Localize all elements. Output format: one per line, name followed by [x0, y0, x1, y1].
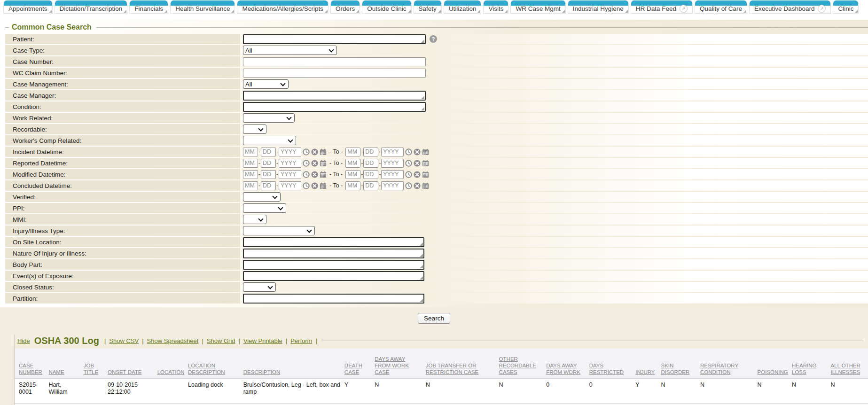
tab-quality-of-care[interactable]: Quality of Care: [695, 0, 747, 14]
tab-clinic[interactable]: Clinic: [833, 0, 859, 14]
modified-datetime-to-month-input[interactable]: [345, 170, 360, 179]
column-header-days-away-from-work-case[interactable]: DAYS AWAY FROM WORK CASE: [375, 349, 426, 379]
tab-hr-data-feed[interactable]: HR Data Feed↗: [631, 0, 693, 14]
tab-medications-allergies-scripts[interactable]: Medications/Allergies/Scripts: [237, 0, 328, 14]
on-site-location-input[interactable]: [243, 237, 424, 247]
clock-icon[interactable]: [303, 171, 310, 178]
modified-datetime-from-year-input[interactable]: [279, 170, 301, 179]
calendar-icon[interactable]: [320, 182, 327, 189]
nature-of-injury-or-illness-input[interactable]: [243, 249, 424, 258]
condition-input[interactable]: [243, 102, 426, 112]
show-spreadsheet-link[interactable]: Show Spreadsheet: [147, 337, 199, 344]
column-header-respiratory-condition[interactable]: RESPIRATORY CONDITION: [700, 349, 758, 379]
concluded-datetime-from-year-input[interactable]: [279, 181, 301, 190]
tab-health-surveillance[interactable]: Health Surveillance: [170, 0, 235, 14]
concluded-datetime-to-month-input[interactable]: [345, 181, 360, 190]
tab-visits[interactable]: Visits: [483, 0, 508, 14]
calendar-icon[interactable]: [422, 171, 429, 178]
body-part-input[interactable]: [243, 260, 424, 270]
concluded-datetime-to-year-input[interactable]: [381, 181, 404, 190]
work-related-select[interactable]: [243, 113, 295, 123]
concluded-datetime-to-day-input[interactable]: [363, 181, 378, 190]
incident-datetime-from-year-input[interactable]: [279, 148, 301, 156]
column-header-poisoning[interactable]: POISONING: [758, 349, 792, 379]
injury-illness-type-select[interactable]: [243, 226, 315, 235]
calendar-icon[interactable]: [320, 171, 327, 178]
reported-datetime-to-day-input[interactable]: [363, 159, 378, 168]
tab-wr-case-mgmt[interactable]: WR Case Mgmt: [510, 0, 565, 14]
calendar-icon[interactable]: [320, 148, 327, 156]
view-printable-link[interactable]: View Printable: [243, 337, 282, 344]
wc-claim-number-input[interactable]: [243, 69, 426, 78]
clock-icon[interactable]: [303, 160, 310, 167]
clear-icon[interactable]: [311, 160, 318, 167]
clear-icon[interactable]: [311, 182, 318, 189]
clear-icon[interactable]: [414, 148, 421, 156]
column-header-days-restricted[interactable]: DAYS RESTRICTED: [589, 349, 636, 379]
partition-input[interactable]: [243, 294, 424, 304]
modified-datetime-from-month-input[interactable]: [243, 170, 258, 179]
concluded-datetime-from-day-input[interactable]: [261, 181, 276, 190]
column-header-location[interactable]: LOCATION: [157, 349, 188, 379]
concluded-datetime-from-month-input[interactable]: [243, 181, 258, 190]
column-header-other-recordable-cases[interactable]: OTHER RECORDABLE CASES: [499, 349, 547, 379]
patient-input[interactable]: [243, 34, 426, 44]
clear-icon[interactable]: [414, 160, 421, 167]
column-header-skin-disorder[interactable]: SKIN DISORDER: [661, 349, 700, 379]
column-header-all-other-illnesses[interactable]: ALL OTHER ILLNESSES: [830, 349, 868, 379]
column-header-job-title[interactable]: JOB TITLE: [84, 349, 108, 379]
closed-status-select[interactable]: [243, 282, 276, 292]
hide-link[interactable]: Hide: [17, 337, 30, 344]
clear-icon[interactable]: [414, 182, 421, 189]
reported-datetime-from-month-input[interactable]: [243, 159, 258, 168]
column-header-name[interactable]: NAME: [48, 349, 83, 379]
clear-icon[interactable]: [311, 148, 318, 156]
tab-utilization[interactable]: Utilization: [444, 0, 482, 14]
calendar-icon[interactable]: [422, 148, 429, 156]
incident-datetime-from-month-input[interactable]: [243, 148, 258, 156]
column-header-days-away-from-work[interactable]: DAYS AWAY FROM WORK: [546, 349, 589, 379]
reported-datetime-to-month-input[interactable]: [345, 159, 360, 168]
clock-icon[interactable]: [405, 182, 412, 189]
incident-datetime-to-month-input[interactable]: [345, 148, 360, 156]
clock-icon[interactable]: [303, 148, 310, 156]
case-management-select[interactable]: All: [243, 79, 289, 89]
mmi-select[interactable]: [243, 215, 266, 224]
show-csv-link[interactable]: Show CSV: [109, 337, 139, 344]
clock-icon[interactable]: [405, 171, 412, 178]
help-icon[interactable]: ?: [430, 35, 437, 43]
tab-orders[interactable]: Orders: [330, 0, 360, 14]
column-header-onset-date[interactable]: ONSET DATE: [108, 349, 157, 379]
incident-datetime-to-day-input[interactable]: [363, 148, 378, 156]
column-header-job-transfer-or-restriction-case[interactable]: JOB TRANSFER OR RESTRICTION CASE: [426, 349, 499, 379]
column-header-case-number[interactable]: CASE NUMBER: [15, 349, 48, 379]
tab-industrial-hygiene[interactable]: Industrial Hygiene: [568, 0, 629, 14]
table-row[interactable]: S2015-0001Hart, William09-10-2015 22:12:…: [15, 379, 868, 404]
modified-datetime-to-day-input[interactable]: [363, 170, 378, 179]
external-link-icon[interactable]: ↗: [818, 5, 826, 13]
column-header-location-description[interactable]: LOCATION DESCRIPTION: [188, 349, 243, 379]
tab-financials[interactable]: Financials: [129, 0, 168, 14]
reported-datetime-from-year-input[interactable]: [279, 159, 301, 168]
calendar-icon[interactable]: [320, 160, 327, 167]
event-s-of-exposure-input[interactable]: [243, 271, 424, 281]
clock-icon[interactable]: [303, 182, 310, 189]
case-type-select[interactable]: All: [243, 46, 337, 55]
tab-executive-dashboard[interactable]: Executive Dashboard↗: [749, 0, 831, 14]
tab-safety[interactable]: Safety: [414, 0, 442, 14]
column-header-death-case[interactable]: DEATH CASE: [344, 349, 375, 379]
calendar-icon[interactable]: [422, 160, 429, 167]
reported-datetime-from-day-input[interactable]: [261, 159, 276, 168]
ppi-select[interactable]: [243, 203, 286, 213]
verified-select[interactable]: [243, 192, 281, 202]
case-number-input[interactable]: [243, 57, 426, 66]
search-button[interactable]: Search: [418, 313, 450, 324]
clock-icon[interactable]: [405, 160, 412, 167]
incident-datetime-to-year-input[interactable]: [381, 148, 404, 156]
clear-icon[interactable]: [311, 171, 318, 178]
modified-datetime-to-year-input[interactable]: [381, 170, 404, 179]
incident-datetime-from-day-input[interactable]: [261, 148, 276, 156]
column-header-description[interactable]: DESCRIPTION: [243, 349, 344, 379]
tab-appointments[interactable]: Appointments: [3, 0, 53, 14]
clock-icon[interactable]: [405, 148, 412, 156]
